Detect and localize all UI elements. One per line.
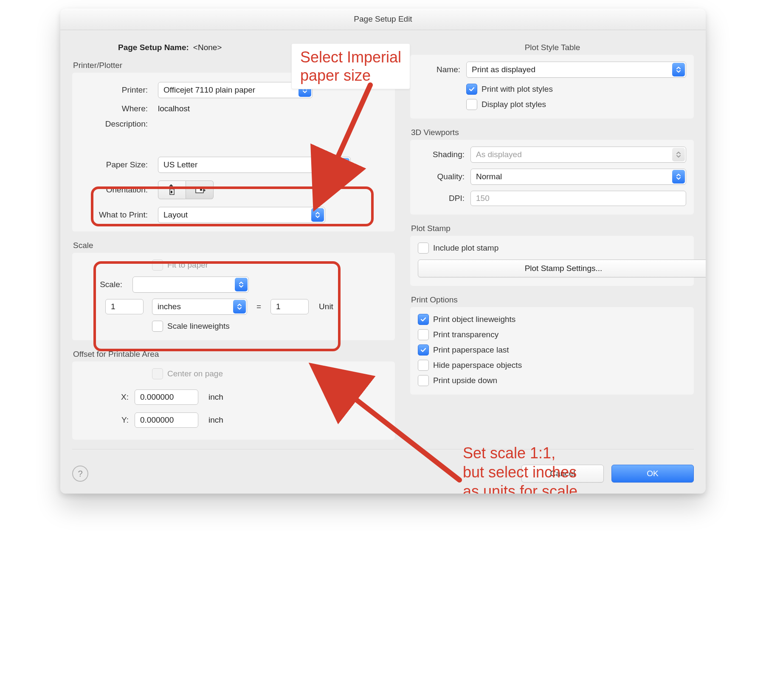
scale-label: Scale: <box>80 280 122 289</box>
offset-y-input[interactable] <box>135 412 198 428</box>
include-plot-stamp-checkbox[interactable] <box>418 243 429 254</box>
orientation-portrait-button[interactable] <box>158 181 186 199</box>
print-options-group: Print Options Print object lineweights P <box>410 295 694 395</box>
shading-value: As displayed <box>476 150 522 159</box>
unit-label: Unit <box>319 302 333 311</box>
orientation-landscape-button[interactable] <box>186 181 214 199</box>
plot-stamp-settings-button[interactable]: Plot Stamp Settings... <box>418 260 706 277</box>
shading-label: Shading: <box>418 150 465 159</box>
chevrons-icon <box>672 63 685 76</box>
plot-style-title: Plot Style Table <box>410 43 694 52</box>
dialog-footer: ? Cancel OK <box>72 459 694 483</box>
orientation-label: Orientation: <box>80 185 148 195</box>
offset-y-label: Y: <box>80 415 129 425</box>
shading-select: As displayed <box>470 147 686 163</box>
viewports-3d-group: 3D Viewports Shading: As displayed <box>410 128 694 215</box>
scale-title: Scale <box>72 241 395 250</box>
fit-to-paper-label: Fit to paper <box>167 260 208 270</box>
svg-rect-3 <box>200 189 202 191</box>
print-with-plot-styles-label: Print with plot styles <box>482 85 553 94</box>
what-to-print-select[interactable]: Layout <box>158 207 325 223</box>
print-with-plot-styles-checkbox[interactable] <box>466 84 477 95</box>
hide-paperspace-label: Hide paperspace objects <box>433 361 522 370</box>
portrait-icon <box>166 183 178 196</box>
help-icon: ? <box>78 469 82 479</box>
left-column: Page Setup Name: <None> Printer/Plotter … <box>72 43 395 440</box>
plot-stamp-title: Plot Stamp <box>410 224 694 233</box>
offset-x-input[interactable] <box>135 390 198 405</box>
print-lineweights-label: Print object lineweights <box>433 315 515 324</box>
offset-x-value <box>139 392 194 402</box>
window-title: Page Setup Edit <box>354 14 412 24</box>
display-plot-styles-label: Display plot styles <box>482 100 546 109</box>
chevrons-icon <box>672 148 685 161</box>
cancel-label: Cancel <box>550 469 575 478</box>
cancel-button[interactable]: Cancel <box>521 465 604 483</box>
right-column: Plot Style Table Name: Print as displaye… <box>410 43 694 440</box>
chevrons-icon <box>235 278 248 291</box>
hide-paperspace-checkbox[interactable] <box>418 360 429 371</box>
quality-select[interactable]: Normal <box>470 169 686 185</box>
scale-left-input[interactable] <box>105 299 144 314</box>
svg-rect-1 <box>171 191 172 193</box>
plot-stamp-settings-label: Plot Stamp Settings... <box>525 264 603 273</box>
printer-label: Printer: <box>80 85 148 95</box>
printer-plotter-title: Printer/Plotter <box>72 61 395 70</box>
equals-label: = <box>256 302 261 311</box>
scale-select[interactable] <box>132 277 249 293</box>
plot-style-group: Plot Style Table Name: Print as displaye… <box>410 43 694 119</box>
print-upside-down-checkbox[interactable] <box>418 375 429 386</box>
print-paperspace-last-checkbox[interactable] <box>418 344 429 356</box>
printer-plotter-group: Printer/Plotter Printer: Officejet 7110 … <box>72 61 395 231</box>
scale-right-value <box>275 302 304 312</box>
print-transparency-label: Print transparency <box>433 330 498 339</box>
include-plot-stamp-label: Include plot stamp <box>433 243 498 253</box>
scale-right-input[interactable] <box>270 299 309 314</box>
ok-label: OK <box>647 469 658 478</box>
paper-size-select[interactable]: US Letter <box>158 157 351 173</box>
dpi-label: DPI: <box>418 194 465 203</box>
scale-units-value: inches <box>158 302 181 311</box>
print-options-title: Print Options <box>410 295 694 305</box>
chevrons-icon <box>672 170 685 183</box>
center-on-page-checkbox <box>152 368 163 379</box>
plot-stamp-group: Plot Stamp Include plot stamp Plot Stamp… <box>410 224 694 286</box>
landscape-icon <box>193 183 206 196</box>
what-to-print-label: What to Print: <box>80 210 148 220</box>
scale-lineweights-checkbox[interactable] <box>152 321 163 332</box>
where-label: Where: <box>80 104 148 113</box>
plot-style-name-select[interactable]: Print as displayed <box>466 62 686 78</box>
scale-lineweights-label: Scale lineweights <box>167 322 230 331</box>
chevrons-icon <box>311 208 324 222</box>
ok-button[interactable]: OK <box>611 465 694 483</box>
offset-y-unit: inch <box>208 415 223 425</box>
paper-size-label: Paper Size: <box>80 160 148 169</box>
page-setup-name-label: Page Setup Name: <box>118 43 189 52</box>
chevrons-icon <box>337 158 349 172</box>
help-button[interactable]: ? <box>72 466 88 482</box>
page-setup-name-row: Page Setup Name: <None> <box>72 43 395 52</box>
description-label: Description: <box>80 119 148 129</box>
print-lineweights-checkbox[interactable] <box>418 314 429 325</box>
offset-x-unit: inch <box>208 392 223 402</box>
dpi-value <box>475 193 682 203</box>
orientation-segment <box>158 181 214 199</box>
offset-title: Offset for Printable Area <box>72 350 395 359</box>
fit-to-paper-checkbox <box>152 260 163 271</box>
scale-left-value <box>110 302 139 312</box>
chevrons-icon <box>233 300 246 313</box>
quality-value: Normal <box>476 172 502 181</box>
center-on-page-label: Center on page <box>167 369 223 378</box>
offset-group: Offset for Printable Area Center on page… <box>72 350 395 440</box>
display-plot-styles-checkbox[interactable] <box>466 99 477 110</box>
offset-y-value <box>139 415 194 425</box>
plot-style-name-label: Name: <box>418 65 460 74</box>
offset-x-label: X: <box>80 392 129 402</box>
chevrons-icon <box>299 83 311 97</box>
printer-select[interactable]: Officejet 7110 plain paper <box>158 82 313 98</box>
viewports-3d-title: 3D Viewports <box>410 128 694 137</box>
print-paperspace-last-label: Print paperspace last <box>433 345 509 355</box>
scale-units-select[interactable]: inches <box>152 299 247 315</box>
print-upside-down-label: Print upside down <box>433 376 497 385</box>
print-transparency-checkbox[interactable] <box>418 329 429 340</box>
